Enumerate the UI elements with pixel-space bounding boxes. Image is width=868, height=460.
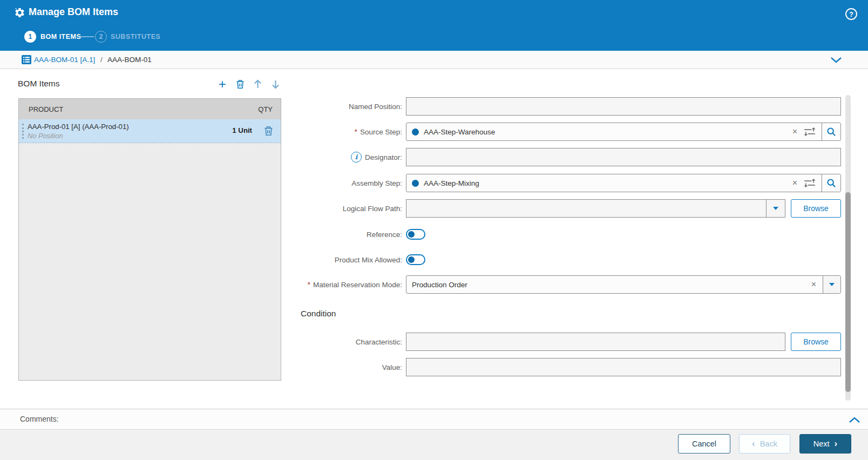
table-row[interactable]: AAA-Prod-01 [A] (AAA-Prod-01) No Positio… — [19, 119, 281, 143]
caret-down-icon[interactable] — [823, 276, 840, 293]
header-bar: Manage BOM Items ? 1 BOM ITEMS 2 SUBSTIT… — [0, 0, 868, 51]
bom-items-table: PRODUCT QTY AAA-Prod-01 [A] (AAA-Prod-01… — [18, 98, 281, 381]
comments-bar: Comments: — [0, 409, 868, 430]
row-product-name: AAA-Prod-01 [A] (AAA-Prod-01) — [28, 123, 129, 131]
gear-icon — [14, 7, 25, 18]
designator-label: i Designator: — [259, 148, 402, 166]
logical-flow-path-combo[interactable] — [406, 199, 785, 218]
wizard-step-2-circle[interactable]: 2 — [95, 31, 107, 43]
source-step-picker[interactable]: AAA-Step-Warehouse × — [406, 123, 841, 141]
assembly-step-value: AAA-Step-Mixing — [424, 179, 479, 187]
value-input[interactable] — [406, 358, 841, 376]
named-position-input[interactable] — [406, 97, 841, 116]
caret-down-icon[interactable] — [766, 200, 785, 217]
product-mix-allowed-toggle[interactable] — [406, 254, 425, 265]
wizard-step-connector — [80, 36, 94, 37]
material-reservation-mode-label: * Material Reservation Mode: — [259, 275, 402, 294]
bom-items-toolbar: + — [217, 78, 281, 91]
manage-bom-items-window: Manage BOM Items ? 1 BOM ITEMS 2 SUBSTIT… — [0, 0, 868, 460]
reference-toggle[interactable] — [406, 229, 425, 240]
material-reservation-mode-value: Production Order — [412, 281, 467, 289]
row-qty: 1 Unit — [232, 126, 252, 134]
clear-x-icon[interactable]: × — [810, 280, 817, 289]
drag-handle[interactable] — [22, 124, 24, 139]
next-button[interactable]: Next › — [799, 434, 851, 454]
characteristic-label: Characteristic: — [259, 333, 402, 351]
named-position-label: Named Position: — [259, 97, 402, 116]
chevron-left-icon: ‹ — [752, 440, 755, 448]
wizard-step-1-circle[interactable]: 1 — [24, 31, 36, 43]
material-reservation-mode-combo[interactable]: Production Order × — [406, 275, 841, 294]
logical-flow-path-browse-button[interactable]: Browse — [791, 199, 841, 218]
chevron-right-icon: › — [835, 440, 838, 448]
breadcrumb: AAA-BOM-01 [A.1] / AAA-BOM-01 — [0, 51, 868, 69]
source-step-value: AAA-Step-Warehouse — [424, 128, 495, 136]
row-position: No Position — [28, 132, 63, 140]
form-scrollbar-thumb[interactable] — [845, 192, 851, 392]
breadcrumb-separator: / — [100, 51, 103, 69]
reference-label: Reference: — [259, 229, 402, 240]
bom-table-icon — [22, 55, 31, 64]
product-mix-allowed-label: Product Mix Allowed: — [259, 254, 402, 265]
chevron-up-icon[interactable] — [849, 416, 860, 423]
characteristic-browse-button[interactable]: Browse — [791, 333, 841, 351]
value-label: Value: — [259, 358, 402, 376]
table-header-row: PRODUCT QTY — [19, 99, 281, 119]
search-icon[interactable] — [822, 174, 840, 192]
source-step-label: * Source Step: — [259, 123, 402, 141]
bom-items-panel-title: BOM Items — [18, 79, 60, 89]
move-up-icon[interactable] — [253, 78, 263, 90]
cancel-button[interactable]: Cancel — [678, 434, 730, 454]
help-icon[interactable]: ? — [845, 8, 857, 20]
required-marker: * — [355, 127, 357, 136]
characteristic-input[interactable] — [406, 333, 785, 351]
clear-x-icon[interactable]: × — [791, 127, 798, 136]
info-icon[interactable]: i — [351, 152, 362, 163]
pick-sort-icon[interactable] — [804, 178, 816, 188]
breadcrumb-current: AAA-BOM-01 — [107, 51, 152, 69]
clear-x-icon[interactable]: × — [791, 179, 798, 187]
chevron-down-icon[interactable] — [830, 56, 842, 64]
footer-bar — [0, 430, 868, 460]
column-header-product: PRODUCT — [19, 105, 63, 113]
page-title: Manage BOM Items — [29, 6, 118, 18]
pick-sort-icon[interactable] — [804, 127, 816, 137]
required-marker: * — [307, 280, 310, 289]
comments-label: Comments: — [20, 409, 59, 429]
entity-dot-icon — [412, 180, 419, 187]
back-button[interactable]: ‹ Back — [739, 434, 790, 454]
wizard-step-1-label[interactable]: BOM ITEMS — [40, 33, 81, 40]
search-icon[interactable] — [822, 123, 840, 140]
trash-icon[interactable] — [235, 78, 246, 90]
breadcrumb-root-link[interactable]: AAA-BOM-01 [A.1] — [34, 51, 95, 69]
add-icon[interactable]: + — [217, 78, 228, 90]
logical-flow-path-label: Logical Flow Path: — [259, 199, 402, 218]
condition-section-title: Condition — [301, 309, 336, 319]
entity-dot-icon — [412, 128, 419, 136]
wizard-step-2-label[interactable]: SUBSTITUTES — [111, 33, 160, 40]
assembly-step-label: Assembly Step: — [259, 174, 402, 192]
move-down-icon[interactable] — [270, 78, 281, 90]
assembly-step-picker[interactable]: AAA-Step-Mixing × — [406, 174, 841, 192]
designator-input[interactable] — [406, 148, 841, 166]
